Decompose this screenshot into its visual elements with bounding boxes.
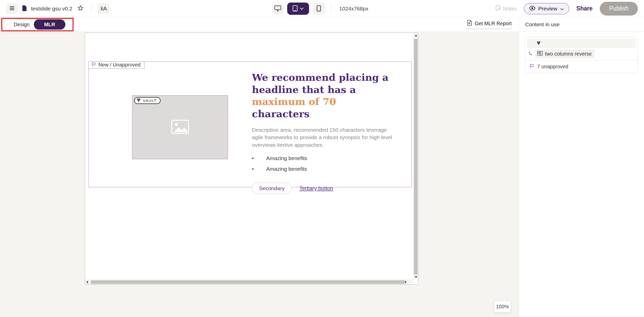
two-columns-layout-icon	[537, 51, 543, 57]
document-icon	[22, 5, 27, 12]
star-icon	[77, 5, 84, 12]
topbar-left-cluster: testslide gsu v0.2 x̄A	[6, 3, 109, 14]
get-mlr-report-button[interactable]: Get MLR Report	[466, 20, 512, 29]
status-badge[interactable]: New / Unapproved	[89, 61, 145, 69]
bullet-text: Amazing benefits	[266, 166, 307, 172]
bullet-glyph: •	[252, 155, 266, 161]
bullet-text: Amazing benefits	[266, 155, 307, 161]
image-icon	[171, 120, 189, 135]
scroll-down-arrow[interactable]	[414, 276, 418, 278]
horizontal-scroll-thumb[interactable]	[91, 280, 404, 284]
vault-v-icon	[137, 98, 141, 103]
favorite-star-button[interactable]	[76, 4, 85, 13]
cta-row: Secondary Tertiary button	[252, 183, 396, 194]
slide-canvas-frame: New / Unapproved VAULT We recommend plac…	[85, 33, 418, 285]
headline-part-2: maximum of 70	[252, 96, 336, 107]
vault-v-icon	[537, 41, 541, 46]
chevron-down-icon	[300, 7, 304, 11]
vault-badge[interactable]: VAULT	[134, 97, 161, 104]
publish-button[interactable]: Publish	[600, 2, 638, 16]
device-divider	[331, 4, 331, 13]
scroll-left-arrow[interactable]	[86, 281, 88, 284]
zoom-level-indicator[interactable]: 100%	[494, 301, 511, 312]
bullet-glyph: •	[252, 166, 266, 172]
slide-text-column: We recommend placing a headline that has…	[252, 71, 396, 194]
status-label: New / Unapproved	[98, 62, 141, 68]
unapproved-row[interactable]: 7 unapproved	[525, 60, 638, 73]
hierarchy-arrow-icon	[528, 51, 533, 57]
vertical-scrollbar[interactable]	[413, 33, 418, 280]
mode-toggle: Design MLR	[9, 19, 66, 30]
get-mlr-report-label: Get MLR Report	[475, 21, 512, 27]
share-button[interactable]: Share	[576, 5, 593, 12]
topbar-divider	[91, 5, 91, 12]
slide-selection-region[interactable]: New / Unapproved VAULT We recommend plac…	[89, 61, 412, 187]
component-row: two columns reverse	[527, 49, 636, 59]
panel-header: Content in use	[519, 17, 644, 32]
eye-icon	[529, 6, 535, 12]
secondary-button[interactable]: Secondary	[252, 183, 292, 194]
tertiary-button[interactable]: Tertiary button	[299, 185, 333, 191]
list-item[interactable]: • Amazing benefits	[252, 166, 396, 177]
resolution-label: 1024x768px	[339, 6, 368, 12]
image-placeholder[interactable]: VAULT	[132, 95, 228, 159]
top-bar: testslide gsu v0.2 x̄A	[0, 0, 644, 17]
headline-part-3: characters	[252, 108, 309, 120]
vault-source-row[interactable]	[527, 39, 636, 48]
tab-mlr[interactable]: MLR	[34, 19, 65, 30]
component-label: two columns reverse	[545, 51, 592, 57]
horizontal-scrollbar[interactable]	[85, 280, 413, 284]
usage-card-top: two columns reverse	[525, 37, 638, 60]
chevron-down-icon	[560, 6, 564, 12]
file-title: testslide gsu v0.2	[31, 6, 72, 12]
headline-part-1: We recommend placing a headline that has…	[252, 72, 389, 95]
device-switcher: 1024x768px	[272, 0, 368, 17]
scroll-up-arrow[interactable]	[414, 35, 418, 36]
scroll-right-arrow[interactable]	[405, 281, 407, 284]
vault-label: VAULT	[143, 98, 157, 103]
canvas-area: New / Unapproved VAULT We recommend plac…	[0, 32, 519, 317]
flag-icon	[529, 63, 534, 70]
hamburger-menu-button[interactable]	[6, 3, 18, 14]
workspace-bar: Design MLR Get MLR Report	[0, 17, 519, 32]
phone-icon	[316, 5, 321, 12]
vertical-scroll-thumb[interactable]	[414, 39, 418, 274]
unapproved-label: 7 unapproved	[537, 64, 568, 70]
slide-headline[interactable]: We recommend placing a headline that has…	[252, 71, 396, 120]
content-in-use-panel: Content in use two columns	[519, 17, 644, 317]
usage-card: two columns reverse 7 unapproved	[525, 37, 638, 73]
benefit-list: • Amazing benefits • Amazing benefits	[252, 155, 396, 177]
topbar-right-cluster: Notes Preview Share Publish	[495, 2, 638, 16]
app-window: testslide gsu v0.2 x̄A	[0, 0, 644, 317]
notes-button[interactable]: Notes	[495, 5, 517, 12]
tablet-device-button[interactable]	[287, 3, 309, 15]
notes-label: Notes	[503, 6, 517, 12]
translate-button[interactable]: x̄A	[98, 3, 109, 14]
translate-icon: x̄A	[100, 5, 107, 12]
hamburger-icon	[9, 5, 15, 12]
monitor-icon	[274, 5, 281, 12]
flag-icon	[91, 62, 96, 68]
component-pill[interactable]: two columns reverse	[535, 49, 595, 58]
slide-description[interactable]: Description area, recommended 150 charac…	[252, 126, 393, 149]
pdf-file-icon	[467, 20, 472, 27]
tab-design[interactable]: Design	[9, 22, 34, 28]
tablet-icon	[292, 5, 298, 12]
desktop-device-button[interactable]	[272, 3, 283, 14]
mobile-device-button[interactable]	[312, 3, 325, 15]
preview-label: Preview	[538, 6, 557, 12]
preview-button[interactable]: Preview	[524, 3, 569, 14]
list-item[interactable]: • Amazing benefits	[252, 155, 396, 166]
note-icon	[495, 5, 501, 12]
